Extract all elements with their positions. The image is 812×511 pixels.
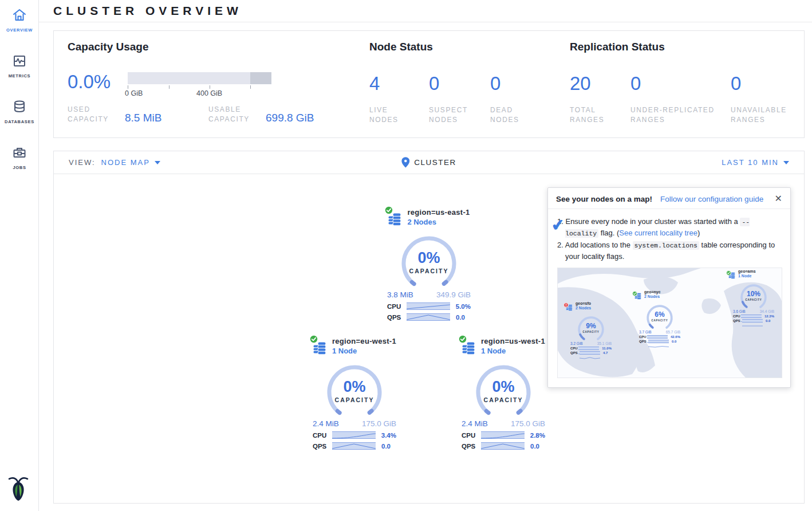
usable-capacity-stat: USABLECAPACITY 699.8 GiB [208, 105, 314, 125]
node-status-section: Node Status 4 LIVENODES 0 SUSPECTNODES 0… [369, 41, 570, 137]
cpu-metric-row: CPU 3.4% [313, 431, 396, 439]
sidebar-item-metrics[interactable]: METRICS [0, 46, 39, 92]
mini-region-card-sfo: geo=sfo 2 Nodes 9% CAPACITY [562, 301, 620, 355]
capacity-bar-segment [250, 72, 271, 84]
qps-metric-row: QPS 0.0 [313, 442, 396, 450]
configuration-guide-link[interactable]: Follow our configuration guide [660, 195, 763, 203]
nodes-stack-icon [388, 218, 403, 228]
sidebar-item-overview[interactable]: OVERVIEW [0, 0, 39, 46]
region-card-us-east-1[interactable]: region=us-east-1 2 Nodes 0% CAPACITY 3.8… [377, 208, 480, 321]
blue-check-mark: ✔ [550, 213, 566, 238]
under-replicated-ranges-stat: 0 UNDER-REPLICATEDRANGES [630, 74, 731, 125]
cpu-metric-row: CPU 5.0% [387, 302, 471, 310]
cluster-summary-panel: Capacity Usage 0.0% 0 GiB 400 GiB [53, 30, 805, 138]
map-pin-icon [401, 157, 409, 168]
view-label: VIEW: [69, 158, 96, 167]
cpu-sparkline [407, 302, 450, 310]
briefcase-icon [11, 145, 27, 162]
qps-metric-row: QPS 0.0 [462, 442, 545, 450]
page-title: CLUSTER OVERVIEW [53, 4, 242, 18]
database-icon [11, 99, 27, 116]
nodes-stack-icon [462, 347, 476, 357]
metrics-icon [11, 53, 27, 70]
sidebar-item-databases[interactable]: DATABASES [0, 92, 39, 137]
sidebar-item-label: METRICS [9, 73, 31, 78]
capacity-gauge: 0% CAPACITY [472, 361, 535, 420]
mini-region-card-ams: geo=ams 1 Node 10% CAPACITY [725, 269, 782, 323]
sidebar: OVERVIEW METRICS DATABASES JOBS [0, 0, 39, 511]
chevron-down-icon [155, 161, 160, 164]
capacity-percent: 0.0% [68, 72, 128, 98]
live-nodes-stat: 4 LIVENODES [369, 74, 429, 125]
example-map-image: geo=sfo 2 Nodes 9% CAPACITY [557, 268, 782, 378]
capacity-usage-section: Capacity Usage 0.0% 0 GiB 400 GiB [68, 41, 369, 137]
page-header: CLUSTER OVERVIEW [39, 0, 812, 22]
capacity-usage-title: Capacity Usage [68, 41, 369, 53]
node-status-title: Node Status [369, 41, 570, 53]
cpu-metric-row: CPU 2.8% [462, 431, 545, 439]
nodes-stack-icon [313, 347, 328, 357]
system-locations-code: system.locations [633, 241, 699, 250]
capacity-tick-400: 400 GiB [196, 89, 222, 97]
status-ok-icon [309, 335, 318, 346]
status-ok-icon [726, 268, 731, 278]
capacity-gauge: 0% CAPACITY [397, 232, 460, 292]
sidebar-item-label: JOBS [13, 165, 26, 170]
cockroachdb-logo [5, 474, 32, 505]
view-bar: VIEW: NODE MAP CLUSTER LAST 10 MIN [54, 151, 804, 174]
suspect-nodes-stat: 0 SUSPECTNODES [429, 74, 490, 125]
region-card-eu-west-1[interactable]: region=eu-west-1 1 Node 0% CAPACITY 2.4 … [303, 337, 406, 450]
close-icon[interactable]: ✕ [775, 194, 782, 203]
status-ok-icon [384, 206, 393, 217]
sidebar-item-label: OVERVIEW [6, 27, 33, 33]
qps-sparkline [332, 442, 376, 450]
dead-nodes-stat: 0 DEADNODES [490, 74, 519, 125]
time-range-selector[interactable]: LAST 10 MIN [722, 158, 789, 167]
status-warn-icon [563, 300, 569, 310]
cpu-sparkline [481, 431, 525, 439]
usable-capacity-value: 699.8 GiB [266, 112, 314, 124]
locality-tree-link[interactable]: See current locality tree [619, 229, 697, 237]
region-card-us-west-1[interactable]: region=us-west-1 1 Node 0% CAPACITY 2.4 … [452, 337, 555, 450]
capacity-bar: 0 GiB 400 GiB [128, 72, 271, 98]
unavailable-ranges-stat: 0 UNAVAILABLERANGES [731, 74, 787, 125]
tooltip-step-2: 2. Add locations to the system.locations… [565, 239, 781, 262]
region-name: region=us-east-1 [407, 208, 470, 217]
region-node-count[interactable]: 1 Node [332, 347, 396, 355]
sidebar-item-label: DATABASES [5, 119, 34, 124]
region-name: region=eu-west-1 [332, 337, 396, 345]
status-ok-icon [632, 288, 637, 298]
breadcrumb[interactable]: CLUSTER [401, 157, 456, 168]
region-name: region=us-west-1 [481, 337, 545, 345]
region-node-count[interactable]: 2 Nodes [407, 218, 470, 226]
replication-status-title: Replication Status [570, 41, 804, 53]
view-selector[interactable]: NODE MAP [101, 158, 160, 167]
cpu-sparkline [332, 431, 376, 439]
replication-status-section: Replication Status 20 TOTALRANGES 0 UNDE… [570, 41, 804, 137]
sidebar-item-jobs[interactable]: JOBS [0, 137, 39, 183]
node-map-panel: VIEW: NODE MAP CLUSTER LAST 10 MIN [53, 151, 805, 504]
used-capacity-value: 8.5 MiB [125, 112, 161, 124]
capacity-gauge: 0% CAPACITY [323, 361, 386, 420]
tooltip-title: See your nodes on a map! [556, 195, 652, 203]
home-icon [11, 7, 27, 25]
tooltip-step-1: 1. Ensure every node in your cluster was… [565, 216, 781, 238]
mini-region-card-nyc: geo=nyc 2 Nodes 6% CAPACITY [631, 290, 688, 343]
node-map-setup-tooltip: See your nodes on a map! Follow our conf… [547, 187, 791, 388]
qps-sparkline [481, 442, 525, 450]
qps-metric-row: QPS 0.0 [387, 313, 471, 321]
main-area: CLUSTER OVERVIEW Capacity Usage 0.0% 0 G… [39, 0, 812, 511]
capacity-tick-0: 0 GiB [125, 89, 143, 97]
qps-sparkline [407, 313, 450, 321]
total-ranges-stat: 20 TOTALRANGES [570, 74, 630, 125]
chevron-down-icon [783, 161, 789, 164]
status-ok-icon [458, 335, 467, 346]
used-capacity-stat: USEDCAPACITY 8.5 MiB [68, 105, 208, 125]
region-node-count[interactable]: 1 Node [481, 347, 545, 355]
